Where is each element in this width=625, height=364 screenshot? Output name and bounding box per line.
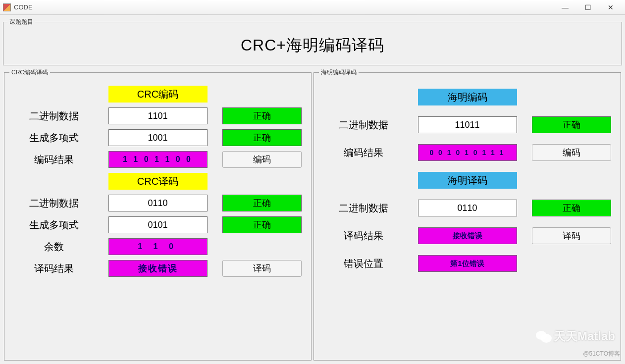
crc-remainder-label: 余数	[14, 240, 94, 254]
crc-encode-button[interactable]: 编码	[222, 151, 302, 168]
hamming-encode-result-value: 0 0 1 0 1 0 1 1 1	[418, 144, 517, 161]
close-button[interactable]: ✕	[599, 0, 622, 15]
crc-remainder-value: 1 1 0	[108, 238, 208, 255]
crc-decode-header: CRC译码	[108, 173, 208, 190]
crc-legend: CRC编码译码	[9, 68, 50, 77]
crc-poly-input[interactable]	[108, 129, 208, 146]
crc-decode-result-value: 接收错误	[108, 260, 208, 277]
hamming-decode-result-value: 接收错误	[418, 227, 517, 244]
crc-encode-header: CRC编码	[108, 86, 208, 103]
hamming-binary-ok-button[interactable]: 正确	[532, 116, 611, 133]
crc-binary-ok-button[interactable]: 正确	[222, 107, 302, 124]
window-controls: — ☐ ✕	[554, 0, 622, 15]
crc-decode-binary-label: 二进制数据	[14, 197, 94, 210]
crc-poly-ok-button[interactable]: 正确	[222, 129, 302, 146]
crc-decode-poly-label: 生成多项式	[14, 218, 94, 232]
crc-binary-label: 二进制数据	[14, 109, 94, 123]
hamming-decode-binary-ok-button[interactable]: 正确	[532, 200, 611, 216]
hamming-encode-button[interactable]: 编码	[532, 144, 611, 161]
app-icon	[3, 3, 11, 11]
topic-legend: 课题题目	[7, 18, 35, 26]
crc-decode-button[interactable]: 译码	[222, 260, 302, 277]
hamming-error-pos-label: 错误位置	[324, 257, 403, 270]
crc-encode-result-value: 1 1 0 1 1 0 0	[108, 151, 208, 168]
window-title: CODE	[14, 3, 33, 11]
crc-panel: CRC编码译码 CRC编码 二进制数据 正确 生成多项式 正确 编码结果 1 1…	[4, 68, 312, 361]
hamming-encode-result-label: 编码结果	[324, 146, 403, 159]
crc-decode-binary-input[interactable]	[108, 195, 208, 211]
crc-decode-poly-input[interactable]	[108, 216, 208, 233]
crc-binary-input[interactable]	[108, 107, 208, 124]
crc-poly-label: 生成多项式	[14, 131, 94, 145]
hamming-panel: 海明编码译码 海明编码 二进制数据 正确 编码结果 0 0 1 0 1 0 1 …	[313, 68, 621, 361]
hamming-error-pos-value: 第1位错误	[418, 255, 517, 272]
hamming-decode-button[interactable]: 译码	[532, 227, 611, 244]
hamming-decode-binary-label: 二进制数据	[324, 202, 403, 215]
hamming-decode-result-label: 译码结果	[324, 229, 403, 243]
crc-decode-result-label: 译码结果	[14, 262, 94, 275]
window-titlebar: CODE — ☐ ✕	[0, 0, 625, 15]
hamming-decode-header: 海明译码	[418, 172, 517, 189]
hamming-binary-label: 二进制数据	[324, 118, 403, 132]
maximize-button[interactable]: ☐	[576, 0, 599, 15]
hamming-decode-binary-input[interactable]	[418, 200, 517, 216]
crc-encode-result-label: 编码结果	[14, 153, 94, 166]
hamming-binary-input[interactable]	[418, 116, 517, 133]
crc-decode-poly-ok-button[interactable]: 正确	[222, 216, 302, 233]
hamming-encode-header: 海明编码	[418, 89, 517, 105]
hamming-legend: 海明编码译码	[319, 68, 359, 77]
topic-panel: 课题题目 CRC+海明编码译码	[3, 18, 622, 65]
minimize-button[interactable]: —	[554, 0, 576, 15]
main-title: CRC+海明编码译码	[241, 35, 384, 56]
crc-decode-binary-ok-button[interactable]: 正确	[222, 195, 302, 211]
